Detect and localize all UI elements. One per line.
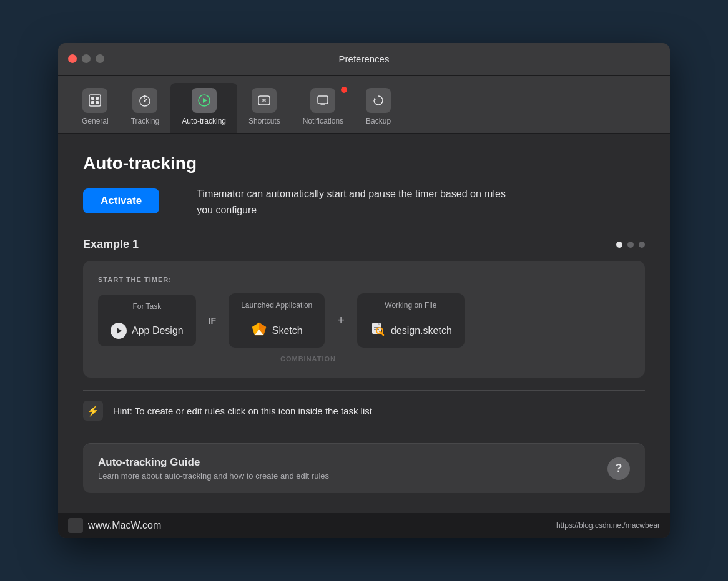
- task-card[interactable]: For Task App Design: [98, 295, 196, 346]
- page-title: Auto-tracking: [83, 154, 645, 173]
- tab-autotracking[interactable]: Auto-tracking: [170, 83, 237, 133]
- titlebar: Preferences: [58, 43, 670, 76]
- condition1-container: Launched Application: [229, 293, 325, 348]
- watermark-left-text: www.MacW.com: [88, 520, 161, 531]
- traffic-lights: [68, 54, 104, 63]
- svg-rect-1: [91, 97, 94, 100]
- main-content: Auto-tracking Activate Timemator can aut…: [58, 134, 670, 513]
- task-name: App Design: [132, 325, 184, 336]
- file-icon: [370, 321, 386, 340]
- description-text: Timemator can automatically start and pa…: [197, 186, 509, 218]
- rule-box: START THE TIMER: For Task App Design IF …: [83, 261, 645, 378]
- combination-line-right: [343, 359, 630, 359]
- dot-1: [616, 242, 622, 248]
- example-label: Example 1: [83, 238, 139, 251]
- close-button[interactable]: [68, 54, 77, 63]
- task-card-label: For Task: [111, 302, 184, 316]
- general-icon: [82, 88, 107, 113]
- pagination-dots: [616, 242, 645, 248]
- tracking-label: Tracking: [131, 117, 160, 125]
- autotracking-label: Auto-tracking: [182, 117, 226, 125]
- svg-rect-14: [318, 96, 328, 104]
- svg-point-9: [144, 100, 146, 102]
- condition1-card[interactable]: Launched Application: [229, 293, 325, 348]
- window-title: Preferences: [339, 54, 390, 64]
- svg-rect-3: [96, 97, 99, 100]
- condition1-value: Sketch: [241, 321, 312, 340]
- svg-rect-2: [91, 101, 94, 104]
- guide-help-button[interactable]: ?: [607, 457, 630, 480]
- condition1-label: Launched Application: [241, 301, 312, 315]
- watermark-left: www.MacW.com: [68, 518, 161, 533]
- tab-tracking[interactable]: Tracking: [120, 83, 171, 133]
- plus-label: +: [337, 313, 345, 328]
- toolbar: General Tracking Auto-tra: [58, 76, 670, 134]
- condition2-label: Working on File: [370, 301, 452, 315]
- sketch-icon: [251, 321, 267, 340]
- autotracking-icon: [192, 88, 217, 113]
- hint-text: Hint: To create or edit rules click on t…: [113, 406, 372, 416]
- svg-marker-16: [374, 98, 376, 100]
- fullscreen-button[interactable]: [96, 54, 104, 63]
- condition1-app-name: Sketch: [272, 325, 303, 336]
- shortcuts-label: Shortcuts: [248, 117, 280, 125]
- guide-title: Auto-tracking Guide: [98, 456, 329, 469]
- backup-label: Backup: [366, 117, 391, 125]
- backup-icon: [366, 88, 391, 113]
- guide-box: Auto-tracking Guide Learn more about aut…: [83, 443, 645, 493]
- notifications-icon: [310, 88, 335, 113]
- guide-text-container: Auto-tracking Guide Learn more about aut…: [98, 456, 329, 481]
- preferences-window: Preferences General: [58, 43, 670, 538]
- condition2-card[interactable]: Working on File des: [357, 293, 465, 348]
- svg-rect-4: [96, 101, 99, 104]
- combination-row: COMBINATION: [98, 355, 630, 363]
- minimize-button[interactable]: [82, 54, 91, 63]
- tracking-icon: [132, 88, 157, 113]
- tab-general[interactable]: General: [71, 83, 120, 133]
- guide-subtitle: Learn more about auto-tracking and how t…: [98, 471, 329, 481]
- tab-notifications[interactable]: Notifications: [292, 83, 355, 133]
- play-icon: [111, 323, 127, 339]
- combination-label: COMBINATION: [273, 355, 343, 363]
- condition2-file-name: design.sketch: [391, 325, 452, 336]
- svg-rect-0: [89, 95, 101, 106]
- combination-line-left: [210, 359, 273, 359]
- example-header: Example 1: [83, 238, 645, 251]
- if-label: IF: [209, 316, 216, 326]
- top-row: Activate Timemator can automatically sta…: [83, 186, 645, 218]
- hint-icon: ⚡: [83, 401, 103, 421]
- shortcuts-icon: ⌘: [252, 88, 277, 113]
- condition2-value: design.sketch: [370, 321, 452, 340]
- tab-shortcuts[interactable]: ⌘ Shortcuts: [237, 83, 292, 133]
- rule-header: START THE TIMER:: [98, 276, 630, 283]
- svg-text:⌘: ⌘: [262, 97, 267, 105]
- general-label: General: [82, 117, 109, 125]
- activate-button[interactable]: Activate: [83, 188, 159, 213]
- dot-3: [639, 242, 645, 248]
- notifications-label: Notifications: [303, 117, 343, 125]
- task-card-value: App Design: [111, 323, 184, 339]
- dot-2: [627, 242, 634, 248]
- svg-marker-11: [203, 98, 207, 103]
- watermark-app-icon: [68, 518, 83, 533]
- rule-row: For Task App Design IF Launched Applicat…: [98, 293, 630, 348]
- watermark-bar: www.MacW.com https://blog.csdn.net/macwb…: [58, 513, 670, 538]
- tab-backup[interactable]: Backup: [355, 83, 402, 133]
- notification-badge: [341, 87, 347, 93]
- hint-box: ⚡ Hint: To create or edit rules click on…: [83, 390, 645, 431]
- watermark-url: https://blog.csdn.net/macwbear: [556, 521, 660, 530]
